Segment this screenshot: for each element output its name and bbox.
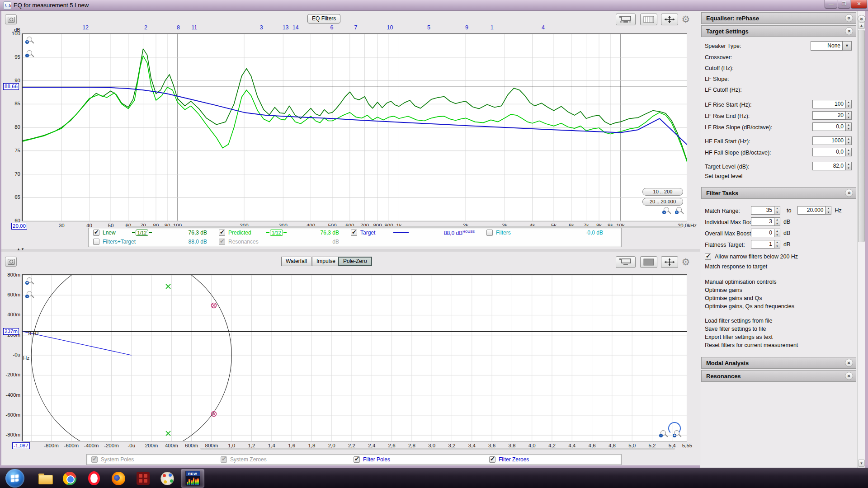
zoom-in-icon-pz[interactable]: + — [673, 430, 681, 438]
h-scrollbar-bottom[interactable] — [200, 448, 675, 450]
legend-checkbox[interactable] — [219, 239, 225, 245]
field-lf-rise-start-hz-[interactable]: 100 — [812, 100, 846, 108]
graph-settings-gear-icon-2[interactable]: ⚙ — [680, 256, 691, 268]
field-individual-max-boost-[interactable]: 3 — [751, 217, 774, 226]
spinner-buttons[interactable]: ▲▼ — [826, 206, 831, 215]
filter-number-marker[interactable]: 1 — [491, 24, 494, 31]
smoothing-badge[interactable]: 1/12 — [270, 230, 283, 236]
graph-settings-gear-icon[interactable]: ⚙ — [680, 14, 691, 25]
action-match-response-to-target[interactable]: Match response to target — [700, 263, 857, 271]
action-save-filter-settings-to-file[interactable]: Save filter settings to file — [700, 325, 857, 333]
taskbar-photo-grid-app[interactable] — [132, 469, 154, 488]
zoom-in-y-icon[interactable]: + — [25, 37, 33, 45]
maximize-button[interactable]: ❐ — [838, 0, 850, 9]
spinner-buttons[interactable]: ▲▼ — [846, 122, 852, 131]
section-header-filter-tasks[interactable]: Filter Tasks» — [701, 187, 856, 199]
combo-dropdown-icon[interactable]: ▼ — [843, 41, 852, 51]
spinner-buttons[interactable]: ▲▼ — [846, 111, 852, 120]
action-optimise-gains[interactable]: Optimise gains — [700, 286, 857, 294]
checkbox-allow-narrow-filters[interactable] — [705, 253, 711, 260]
spinner-buttons[interactable]: ▲▼ — [846, 100, 852, 108]
capture-image-button-2[interactable] — [5, 257, 17, 267]
capture-image-button[interactable] — [5, 14, 17, 24]
taskbar-opera[interactable] — [83, 469, 105, 488]
sidebar-collapse-icon[interactable]: » — [858, 15, 866, 23]
tab-pole-zero[interactable]: Pole-Zero — [338, 257, 372, 266]
legend-checkbox[interactable] — [93, 239, 99, 245]
spinner-buttons[interactable]: ▲▼ — [774, 240, 780, 249]
action-reset-filters-for-current-measurement[interactable]: Reset filters for current measurement — [700, 341, 857, 349]
legend-checkbox[interactable] — [93, 230, 99, 236]
spinner-buttons[interactable]: ▲▼ — [774, 229, 780, 237]
scrollbar-thumb[interactable] — [858, 30, 865, 242]
filter-number-marker[interactable]: 10 — [387, 24, 393, 31]
taskbar-firefox[interactable] — [108, 469, 129, 488]
spinner-buttons[interactable]: ▲▼ — [774, 206, 780, 215]
action-manual-optimisation-controls[interactable]: Manual optimisation controls — [700, 278, 857, 286]
section-header-target-settings[interactable]: Target Settings» — [701, 25, 856, 37]
field-overall-max-boost-[interactable]: 0 — [751, 229, 774, 237]
section-header-equaliser-rephase[interactable]: Equaliser: rePhase» — [701, 12, 856, 24]
filter-number-marker[interactable]: 13 — [283, 24, 289, 31]
range-20-20000-button[interactable]: 20 .. 20.000 — [642, 198, 683, 206]
filter-number-marker[interactable]: 2 — [144, 24, 147, 31]
filter-number-marker[interactable]: 8 — [177, 24, 180, 31]
taskbar-paint-palette-app[interactable] — [156, 469, 178, 488]
field-hf-fall-start-hz-[interactable]: 1000 — [812, 136, 846, 145]
pan-zoom-button[interactable] — [661, 14, 678, 25]
action-export-filter-settings-as-text[interactable]: Export filter settings as text — [700, 333, 857, 341]
field-match-range-from[interactable]: 35 — [751, 206, 774, 215]
field-hf-fall-slope-db-octave-[interactable]: 0,0 — [812, 148, 846, 156]
legend-checkbox[interactable] — [219, 230, 225, 236]
field-flatness-target-[interactable]: 1 — [751, 240, 774, 249]
filter-number-marker[interactable]: 6 — [330, 24, 333, 31]
zoom-in-x-icon[interactable]: + — [675, 207, 683, 215]
graph-limits-button[interactable] — [616, 14, 636, 25]
taskbar-explorer[interactable] — [34, 469, 56, 488]
divider-arrows-icon[interactable]: ▲▼ — [17, 247, 25, 251]
zoom-out-y-icon-2[interactable]: - — [25, 291, 33, 299]
pz-legend-checkbox[interactable] — [354, 456, 360, 463]
action-set-target-level[interactable]: Set target level — [700, 172, 857, 180]
chevron-up-icon[interactable]: » — [845, 189, 853, 197]
zoom-out-x-icon[interactable]: - — [662, 207, 670, 215]
smoothing-badge[interactable]: 1/12 — [136, 230, 148, 236]
taskbar-chrome[interactable] — [59, 469, 80, 488]
filter-number-marker[interactable]: 12 — [82, 24, 89, 31]
filter-number-marker[interactable]: 3 — [260, 24, 263, 31]
chevron-up-icon[interactable]: » — [845, 27, 853, 35]
filter-number-marker[interactable]: 14 — [292, 24, 299, 31]
legend-checkbox[interactable] — [351, 230, 357, 236]
section-header-resonances[interactable]: Resonances» — [701, 370, 856, 382]
zoom-out-y-icon[interactable]: - — [25, 50, 33, 58]
eq-filters-button[interactable]: EQ Filters — [307, 14, 340, 23]
range-10-200-button[interactable]: 10 .. 200 — [642, 188, 683, 196]
chevron-down-icon[interactable]: » — [845, 359, 853, 367]
spinner-buttons[interactable]: ▲▼ — [846, 148, 852, 156]
spinner-buttons[interactable]: ▲▼ — [846, 136, 852, 145]
chevron-down-icon[interactable]: » — [845, 14, 853, 22]
action-optimise-gains-qs-and-frequencies[interactable]: Optimise gains, Qs and frequencies — [700, 302, 857, 310]
frequency-grid-button[interactable] — [640, 14, 657, 25]
action-load-filter-settings-from-file[interactable]: Load filter settings from file — [700, 317, 857, 325]
filter-number-marker[interactable]: 5 — [427, 24, 430, 31]
tab-waterfall[interactable]: Waterfall — [281, 257, 311, 266]
filter-number-marker[interactable]: 11 — [191, 24, 197, 31]
minimize-button[interactable]: — — [825, 0, 837, 9]
close-button[interactable]: ✕ — [851, 0, 867, 9]
pz-legend-checkbox[interactable] — [489, 456, 495, 463]
chevron-down-icon[interactable]: » — [845, 372, 853, 380]
filter-number-marker[interactable]: 7 — [354, 24, 357, 31]
frequency-response-plot[interactable]: + - - + 10 .. 200 20 .. 20.000 — [22, 33, 687, 221]
start-button[interactable] — [5, 469, 24, 488]
scroll-down-arrow[interactable]: ▼ — [858, 460, 865, 467]
zoom-in-y-icon-2[interactable]: + — [25, 277, 33, 286]
tab-impulse[interactable]: Impulse — [312, 257, 340, 266]
pole-zero-plot[interactable]: 8 HzHz + - - + — [22, 274, 687, 441]
pan-zoom-button-2[interactable] — [661, 256, 678, 268]
zoom-out-icon-pz[interactable]: - — [659, 430, 667, 438]
action-optimise-gains-and-qs[interactable]: Optimise gains and Qs — [700, 294, 857, 302]
panel-divider[interactable]: ▲▼ — [1, 249, 700, 252]
field-target-level-db-[interactable]: 82,0 — [812, 162, 846, 170]
field-lf-rise-end-hz-[interactable]: 20 — [812, 111, 846, 120]
